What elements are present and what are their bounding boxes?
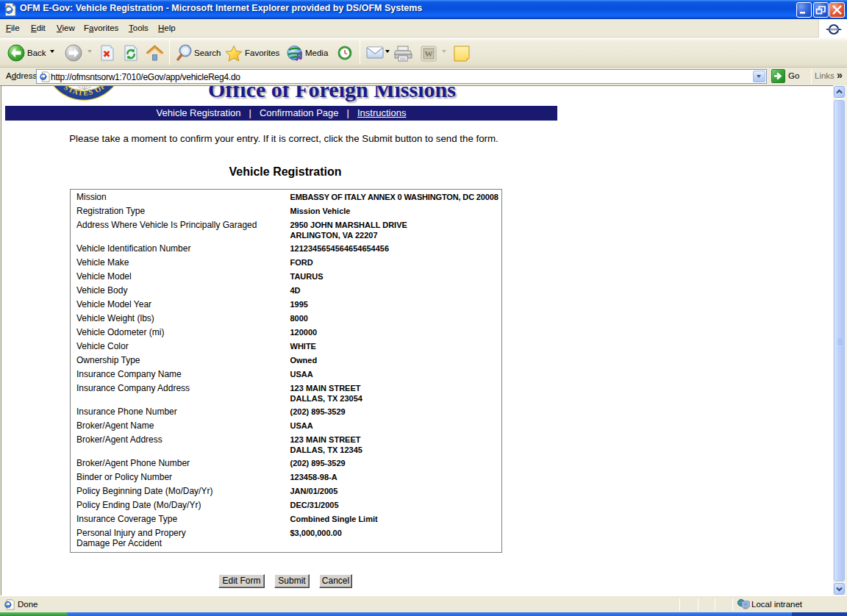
svg-text:W: W <box>425 49 433 58</box>
